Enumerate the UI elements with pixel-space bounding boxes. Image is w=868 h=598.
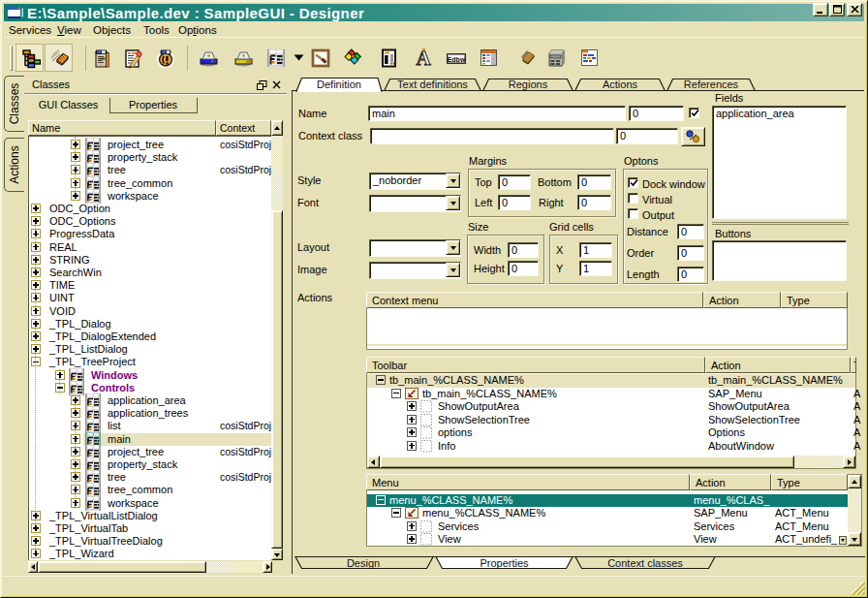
svg-text:A: A: [416, 47, 431, 69]
svg-text:Design: Design: [347, 557, 380, 569]
svg-text:Properties: Properties: [480, 557, 529, 569]
svg-text:Dict: Dict: [99, 56, 107, 61]
svg-text:Definition: Definition: [317, 79, 361, 90]
svg-text:Actions: Actions: [603, 79, 638, 90]
svg-text:Regions: Regions: [509, 79, 548, 90]
svg-text:Edbw: Edbw: [447, 55, 465, 62]
svg-text:Text definitions: Text definitions: [397, 79, 468, 90]
svg-text:References: References: [684, 79, 739, 90]
svg-text:Context classes: Context classes: [607, 557, 683, 569]
